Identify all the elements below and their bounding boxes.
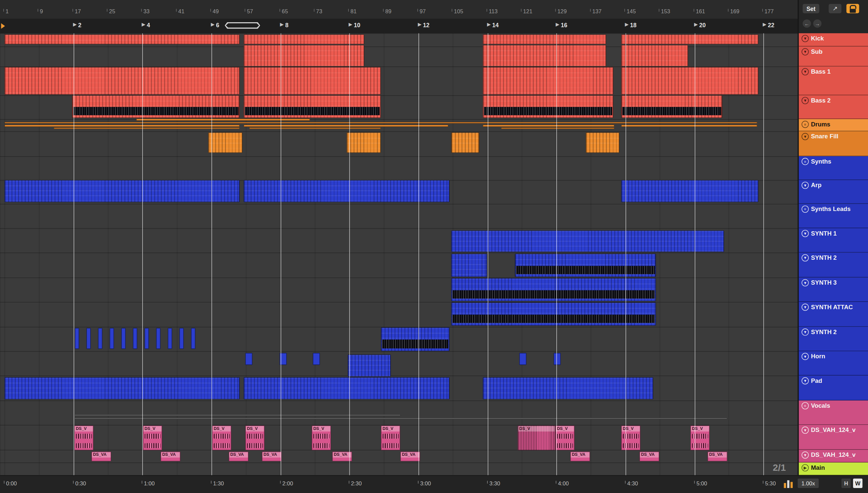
track-header-drums[interactable]: ≡Drums	[799, 119, 868, 131]
clip[interactable]	[621, 67, 758, 94]
track-header-synths-leads[interactable]: ≡Synths Leads	[799, 204, 868, 228]
fold-icon[interactable]: ▼	[802, 279, 809, 286]
track-header-main[interactable]: ▶Main	[799, 463, 868, 475]
clip[interactable]	[346, 132, 381, 153]
clip[interactable]	[121, 328, 125, 349]
clip[interactable]	[179, 328, 184, 349]
clip[interactable]	[519, 353, 526, 365]
clip[interactable]	[451, 132, 479, 153]
locator-marker-8[interactable]: ▶8	[280, 22, 289, 28]
clip[interactable]	[168, 328, 172, 349]
clip[interactable]: DS_V	[518, 425, 555, 450]
clip[interactable]	[98, 328, 102, 349]
group-icon[interactable]: ≡	[802, 402, 809, 409]
clip[interactable]: DS_V	[555, 425, 575, 450]
track-header-ds-vah-124-v[interactable]: ▼DS_VAH_124_v	[799, 425, 868, 450]
clip[interactable]: DS_VA	[708, 452, 727, 462]
clip[interactable]	[483, 95, 613, 118]
track-header-vocals[interactable]: ≡Vocals	[799, 401, 868, 425]
group-icon[interactable]: ≡	[802, 158, 809, 165]
clip[interactable]	[483, 45, 606, 66]
clip[interactable]: DS_V	[245, 425, 265, 450]
fold-icon[interactable]: ▼	[802, 230, 809, 237]
locator-marker-16[interactable]: ▶16	[556, 22, 567, 28]
clip[interactable]	[156, 328, 160, 349]
fold-icon[interactable]: ▼	[802, 97, 809, 104]
fold-icon[interactable]: ▼	[802, 254, 809, 261]
clip[interactable]: DS_V	[212, 425, 231, 450]
clip[interactable]: DS_V	[381, 425, 400, 450]
clip[interactable]	[621, 180, 758, 202]
clip[interactable]	[4, 125, 240, 127]
width-zoom-button[interactable]: W	[853, 479, 862, 488]
clip[interactable]	[483, 125, 614, 127]
track-header-ds-vah-124-v[interactable]: ▼DS_VAH_124_v	[799, 450, 868, 463]
clip[interactable]	[110, 328, 114, 349]
clip[interactable]	[313, 353, 320, 365]
locator-marker-22[interactable]: ▶22	[763, 22, 775, 28]
clip[interactable]	[451, 254, 487, 277]
fold-icon[interactable]: ▼	[802, 304, 809, 311]
clip[interactable]	[244, 125, 449, 127]
clip[interactable]	[554, 353, 561, 365]
clip[interactable]	[621, 95, 723, 118]
clip[interactable]	[483, 377, 653, 400]
arrangement[interactable]: DS_VDS_VDS_VDS_VDS_VDS_VDS_VDS_VDS_VDS_V…	[0, 33, 798, 475]
set-locator-button[interactable]: Set	[803, 4, 819, 13]
clip[interactable]	[586, 132, 619, 153]
group-icon[interactable]: ≡	[802, 121, 809, 128]
clip[interactable]	[133, 328, 137, 349]
playback-speed[interactable]: 1.00x	[798, 479, 819, 488]
clip[interactable]	[249, 127, 381, 129]
clip[interactable]: DS_V	[74, 425, 93, 450]
clip[interactable]	[451, 231, 724, 252]
clip[interactable]: DS_V	[143, 425, 162, 450]
clip[interactable]	[244, 35, 364, 44]
loop-brace[interactable]	[225, 22, 260, 29]
prev-marker-icon[interactable]: ←	[803, 19, 811, 27]
track-header-arp[interactable]: ▼Arp	[799, 180, 868, 204]
fold-icon[interactable]: ▼	[802, 182, 809, 189]
clip[interactable]	[144, 328, 149, 349]
track-header-bass-2[interactable]: ▼Bass 2	[799, 95, 868, 119]
clip[interactable]	[483, 35, 606, 44]
clip[interactable]	[245, 353, 253, 365]
clip[interactable]	[208, 132, 243, 153]
clip[interactable]: DS_V	[621, 425, 640, 450]
track-header-synth-3[interactable]: ▼SYNTH 3	[799, 277, 868, 302]
bar-ruler[interactable]: 1917253341495765738189971051131211291371…	[0, 0, 798, 19]
fold-icon[interactable]: ▼	[802, 452, 809, 459]
clip[interactable]	[244, 45, 364, 66]
next-marker-icon[interactable]: →	[813, 19, 822, 27]
locator-marker-20[interactable]: ▶20	[694, 22, 706, 28]
lock-icon[interactable]	[846, 4, 859, 13]
clip[interactable]	[244, 67, 381, 94]
clip[interactable]	[621, 35, 758, 44]
meter-icon[interactable]	[784, 479, 795, 488]
fold-icon[interactable]: ▼	[802, 68, 809, 75]
clip[interactable]: DS_VA	[570, 452, 590, 462]
locator-marker-2[interactable]: ▶2	[73, 22, 81, 28]
track-header-synths[interactable]: ≡Synths	[799, 156, 868, 180]
clip[interactable]	[4, 35, 240, 44]
track-header-snare-fill[interactable]: ▼Snare Fill	[799, 131, 868, 156]
clip[interactable]: DS_VA	[229, 452, 249, 462]
fold-icon[interactable]: ▼	[802, 427, 809, 434]
locator-marker-4[interactable]: ▶4	[142, 22, 150, 28]
track-header-sub[interactable]: ▼Sub	[799, 46, 868, 66]
track-header-kick[interactable]: ▼Kick	[799, 33, 868, 46]
clip[interactable]	[72, 95, 240, 118]
marker-row[interactable]: ▶2▶4▶6▶8▶10▶12▶14▶16▶18▶20▶22	[0, 19, 798, 34]
clip[interactable]	[4, 377, 240, 400]
fold-icon[interactable]: ▼	[802, 328, 809, 336]
fold-icon[interactable]: ▼	[802, 35, 809, 42]
clip[interactable]	[381, 327, 450, 351]
clip[interactable]	[244, 95, 381, 118]
clip[interactable]: DS_VA	[400, 452, 420, 462]
fold-icon[interactable]: ▼	[802, 133, 809, 140]
fold-icon[interactable]: ▼	[802, 48, 809, 56]
clip[interactable]: DS_VA	[639, 452, 659, 462]
locator-marker-6[interactable]: ▶6	[211, 22, 219, 28]
clip[interactable]	[75, 328, 79, 349]
clip[interactable]	[621, 45, 688, 66]
